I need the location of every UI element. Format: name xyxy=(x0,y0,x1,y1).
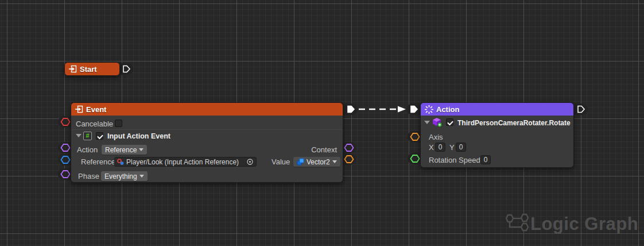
hex-port-icon xyxy=(60,155,71,164)
chevron-down-icon xyxy=(139,175,144,178)
flow-port-icon xyxy=(576,105,585,114)
axis-y-label: Y xyxy=(449,143,455,152)
action-label: Action xyxy=(77,145,98,155)
phase-label: Phase xyxy=(78,171,99,181)
event-foldout-icon[interactable] xyxy=(76,134,82,137)
phase-dropdown[interactable]: Everything xyxy=(101,171,148,181)
chevron-down-icon xyxy=(139,148,143,151)
action-node-title: Action xyxy=(436,105,459,114)
event-flow-output-port[interactable] xyxy=(343,103,358,115)
logic-graph-canvas: { "watermark": { "text": "Logic Graph" }… xyxy=(0,0,644,246)
event-subtitle: Input Action Event xyxy=(107,132,170,141)
flow-port-icon xyxy=(409,105,418,114)
reference-value: Player/Look (Input Action Reference) xyxy=(126,158,239,166)
phase-dropdown-value: Everything xyxy=(104,172,137,180)
event-icon xyxy=(69,65,77,73)
action-flow-input-port[interactable] xyxy=(406,103,421,115)
action-dropdown-value: Reference xyxy=(105,146,137,154)
chevron-down-icon xyxy=(332,160,337,163)
axis-x-field[interactable]: 0 xyxy=(435,143,445,152)
cancelable-checkbox[interactable] xyxy=(115,120,122,127)
flow-port-icon xyxy=(346,105,355,114)
reference-label: Reference xyxy=(81,157,115,167)
hex-port-icon xyxy=(344,155,354,164)
rotation-speed-field[interactable]: 0 xyxy=(480,155,491,164)
value-dropdown-value: Vector2 xyxy=(307,158,330,166)
axis-label: Axis xyxy=(429,132,443,142)
start-node[interactable]: Start xyxy=(64,62,120,76)
rotation-speed-label: Rotation Speed xyxy=(429,155,480,165)
hex-port-icon xyxy=(60,143,71,152)
hex-port-icon xyxy=(60,170,71,179)
event-icon xyxy=(75,105,83,113)
value-dropdown[interactable]: Vector2 xyxy=(293,157,340,167)
hex-port-icon xyxy=(60,117,71,126)
action-subtitle: ThirdPersonCameraRotater.Rotate xyxy=(457,118,571,128)
axis-x-label: X xyxy=(429,143,434,152)
hex-port-icon xyxy=(410,132,420,141)
start-node-title: Start xyxy=(80,65,97,74)
action-foldout-icon[interactable] xyxy=(424,121,430,124)
action-dropdown[interactable]: Reference xyxy=(102,145,147,155)
flow-port-icon xyxy=(122,64,131,74)
action-sparkle-icon xyxy=(425,105,433,114)
start-output-port[interactable] xyxy=(118,63,133,75)
logic-graph-watermark: Logic Graph xyxy=(530,214,638,235)
logic-graph-logo-icon xyxy=(503,212,531,235)
flow-connection-edge[interactable] xyxy=(358,105,408,114)
event-node-title: Event xyxy=(86,105,106,114)
vector2-icon xyxy=(297,158,304,166)
cancelable-label: Cancelable xyxy=(76,119,113,129)
action-flow-output-port[interactable] xyxy=(573,103,588,115)
axis-y-field[interactable]: 0 xyxy=(456,143,466,152)
action-node[interactable]: Action ThirdPersonCameraRotater.Rotate A… xyxy=(420,102,574,168)
hex-port-icon xyxy=(344,143,354,152)
object-picker-icon[interactable] xyxy=(246,158,254,166)
script-icon xyxy=(432,117,442,127)
value-label: Value xyxy=(271,157,290,167)
context-label: Context xyxy=(311,145,337,155)
input-action-checkbox[interactable] xyxy=(96,132,103,140)
hex-port-icon xyxy=(410,154,420,163)
action-checkbox[interactable] xyxy=(446,118,453,126)
input-action-icon: # xyxy=(83,132,92,140)
input-action-reference-icon xyxy=(117,159,124,166)
event-node[interactable]: Event Cancelable # Input Action Event Ac… xyxy=(71,102,343,183)
reference-object-field[interactable]: Player/Look (Input Action Reference) xyxy=(114,157,257,167)
